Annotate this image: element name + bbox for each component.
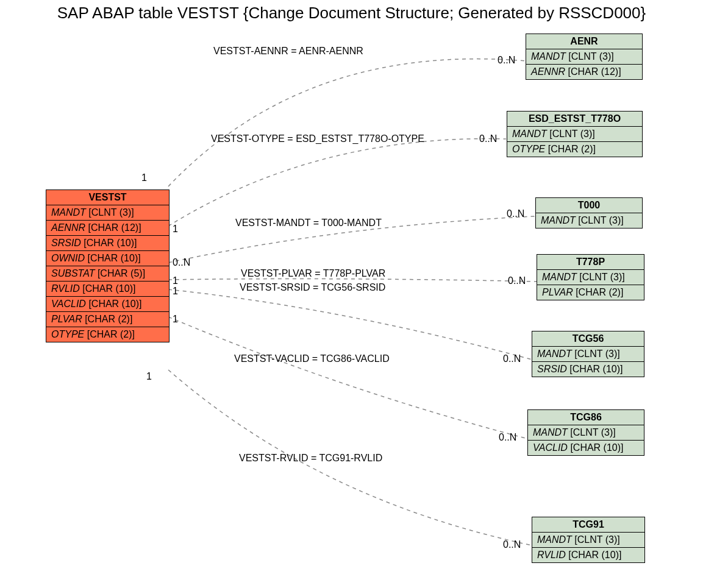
edge-label: VESTST-PLVAR = T778P-PLVAR: [241, 268, 385, 279]
field-row: PLVAR [CHAR (2)]: [46, 312, 169, 327]
cardinality-right: 0..N: [499, 432, 516, 443]
edge-label: VESTST-VACLID = TCG86-VACLID: [234, 353, 390, 364]
field-row: PLVAR [CHAR (2)]: [537, 285, 644, 300]
field-row: OTYPE [CHAR (2)]: [507, 142, 642, 157]
entity-aenr: AENR MANDT [CLNT (3)] AENNR [CHAR (12)]: [526, 34, 643, 80]
entity-tcg91: TCG91 MANDT [CLNT (3)] RVLID [CHAR (10)]: [532, 517, 645, 563]
field-row: AENNR [CHAR (12)]: [46, 221, 169, 236]
cardinality-right: 0..N: [479, 133, 497, 144]
field-row: MANDT [CLNT (3)]: [537, 270, 644, 285]
cardinality-right: 0..N: [507, 208, 524, 219]
cardinality-right: 0..N: [503, 353, 521, 364]
entity-header: T778P: [537, 255, 644, 270]
entity-tcg86: TCG86 MANDT [CLNT (3)] VACLID [CHAR (10)…: [527, 409, 644, 456]
field-row: MANDT [CLNT (3)]: [526, 49, 642, 65]
entity-header: AENR: [526, 34, 642, 49]
edge-label: VESTST-RVLID = TCG91-RVLID: [239, 453, 382, 464]
cardinality-left: 1: [173, 224, 178, 235]
cardinality-right: 0..N: [508, 275, 526, 286]
entity-header: ESD_ESTST_T778O: [507, 112, 642, 127]
entity-header: TCG56: [532, 331, 644, 347]
field-row: OWNID [CHAR (10)]: [46, 251, 169, 266]
cardinality-left: 1: [173, 286, 178, 297]
cardinality-left: 1: [173, 275, 178, 286]
entity-header: TCG91: [532, 517, 644, 533]
cardinality-left: 1: [173, 314, 178, 325]
entity-tcg56: TCG56 MANDT [CLNT (3)] SRSID [CHAR (10)]: [532, 331, 644, 377]
field-row: SRSID [CHAR (10)]: [532, 362, 644, 377]
field-row: AENNR [CHAR (12)]: [526, 65, 642, 79]
cardinality-left: 0..N: [173, 257, 190, 268]
entity-vestst: VESTST MANDT [CLNT (3)] AENNR [CHAR (12)…: [46, 190, 170, 342]
entity-t000: T000 MANDT [CLNT (3)]: [535, 197, 643, 228]
field-row: MANDT [CLNT (3)]: [532, 347, 644, 362]
edge-label: VESTST-OTYPE = ESD_ESTST_T778O-OTYPE: [211, 133, 424, 144]
field-row: SUBSTAT [CHAR (5)]: [46, 266, 169, 282]
field-row: SRSID [CHAR (10)]: [46, 236, 169, 251]
field-row: RVLID [CHAR (10)]: [46, 282, 169, 297]
entity-esd-estst-t778o: ESD_ESTST_T778O MANDT [CLNT (3)] OTYPE […: [507, 111, 643, 157]
field-row: VACLID [CHAR (10)]: [46, 297, 169, 312]
edge-label: VESTST-MANDT = T000-MANDT: [235, 218, 382, 228]
entity-header: TCG86: [528, 410, 644, 425]
cardinality-right: 0..N: [498, 55, 515, 66]
field-row: VACLID [CHAR (10)]: [528, 441, 644, 455]
field-row: MANDT [CLNT (3)]: [532, 533, 644, 548]
entity-header: T000: [536, 198, 642, 213]
field-row: MANDT [CLNT (3)]: [528, 425, 644, 441]
cardinality-left: 1: [141, 172, 147, 183]
cardinality-left: 1: [146, 371, 152, 382]
field-row: OTYPE [CHAR (2)]: [46, 327, 169, 342]
field-row: MANDT [CLNT (3)]: [46, 205, 169, 221]
entity-t778p: T778P MANDT [CLNT (3)] PLVAR [CHAR (2)]: [537, 254, 644, 300]
cardinality-right: 0..N: [503, 539, 521, 550]
field-row: MANDT [CLNT (3)]: [536, 213, 642, 228]
field-row: MANDT [CLNT (3)]: [507, 127, 642, 142]
edge-label: VESTST-SRSID = TCG56-SRSID: [240, 282, 385, 293]
diagram-title: SAP ABAP table VESTST {Change Document S…: [0, 4, 703, 23]
entity-header: VESTST: [46, 190, 169, 205]
edge-label: VESTST-AENNR = AENR-AENNR: [213, 46, 363, 57]
field-row: RVLID [CHAR (10)]: [532, 548, 644, 562]
